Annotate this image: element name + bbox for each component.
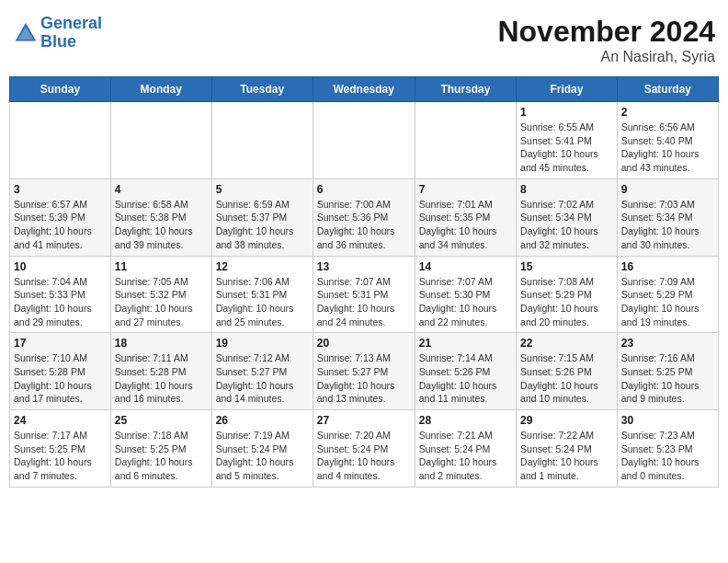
day-info: Sunrise: 7:03 AM Sunset: 5:34 PM Dayligh…: [621, 198, 714, 252]
weekday-header-saturday: Saturday: [617, 77, 718, 102]
day-info: Sunrise: 7:07 AM Sunset: 5:31 PM Dayligh…: [317, 275, 411, 329]
day-info: Sunrise: 6:56 AM Sunset: 5:40 PM Dayligh…: [621, 121, 714, 175]
day-number: 17: [14, 337, 107, 350]
day-info: Sunrise: 7:07 AM Sunset: 5:30 PM Dayligh…: [419, 275, 512, 329]
calendar-cell: 22Sunrise: 7:15 AM Sunset: 5:26 PM Dayli…: [517, 333, 618, 410]
day-info: Sunrise: 7:14 AM Sunset: 5:26 PM Dayligh…: [419, 351, 512, 406]
day-info: Sunrise: 7:08 AM Sunset: 5:29 PM Dayligh…: [520, 275, 613, 329]
calendar-cell: 5Sunrise: 6:59 AM Sunset: 5:37 PM Daylig…: [211, 178, 313, 256]
day-number: 9: [621, 183, 714, 196]
day-number: 26: [216, 414, 309, 427]
weekday-header-row: SundayMondayTuesdayWednesdayThursdayFrid…: [10, 77, 719, 102]
day-number: 29: [520, 414, 613, 427]
day-number: 13: [317, 260, 411, 273]
day-number: 20: [317, 337, 411, 350]
title-block: November 2024 An Nasirah, Syria: [497, 15, 715, 65]
day-number: 24: [14, 414, 107, 427]
calendar-cell: 7Sunrise: 7:01 AM Sunset: 5:35 PM Daylig…: [415, 178, 516, 256]
day-info: Sunrise: 7:15 AM Sunset: 5:26 PM Dayligh…: [520, 351, 613, 406]
day-info: Sunrise: 7:21 AM Sunset: 5:24 PM Dayligh…: [419, 429, 512, 483]
month-title: November 2024: [497, 15, 715, 49]
day-number: 23: [621, 337, 714, 350]
day-number: 12: [216, 260, 309, 273]
day-number: 10: [14, 260, 107, 273]
calendar-cell: 16Sunrise: 7:09 AM Sunset: 5:29 PM Dayli…: [617, 256, 718, 333]
calendar-cell: 2Sunrise: 6:56 AM Sunset: 5:40 PM Daylig…: [617, 102, 718, 179]
calendar-cell: 26Sunrise: 7:19 AM Sunset: 5:24 PM Dayli…: [211, 410, 313, 488]
day-info: Sunrise: 7:01 AM Sunset: 5:35 PM Dayligh…: [419, 198, 512, 252]
calendar-cell: [415, 102, 516, 179]
calendar-cell: 6Sunrise: 7:00 AM Sunset: 5:36 PM Daylig…: [313, 178, 415, 256]
calendar-week-4: 24Sunrise: 7:17 AM Sunset: 5:25 PM Dayli…: [10, 410, 719, 488]
day-info: Sunrise: 6:57 AM Sunset: 5:39 PM Dayligh…: [14, 198, 107, 252]
calendar-cell: 29Sunrise: 7:22 AM Sunset: 5:24 PM Dayli…: [517, 410, 618, 488]
day-number: 11: [115, 260, 208, 273]
day-info: Sunrise: 7:02 AM Sunset: 5:34 PM Dayligh…: [520, 198, 613, 252]
calendar-cell: 28Sunrise: 7:21 AM Sunset: 5:24 PM Dayli…: [415, 410, 516, 488]
day-number: 8: [520, 183, 613, 196]
day-info: Sunrise: 6:55 AM Sunset: 5:41 PM Dayligh…: [520, 121, 613, 175]
calendar-cell: 23Sunrise: 7:16 AM Sunset: 5:25 PM Dayli…: [617, 333, 718, 410]
calendar-cell: [211, 102, 313, 179]
weekday-header-sunday: Sunday: [10, 77, 111, 102]
calendar-cell: 24Sunrise: 7:17 AM Sunset: 5:25 PM Dayli…: [10, 410, 111, 488]
weekday-header-friday: Friday: [517, 77, 618, 102]
logo-line1: General: [40, 14, 102, 32]
day-info: Sunrise: 7:19 AM Sunset: 5:24 PM Dayligh…: [216, 429, 309, 483]
calendar-cell: [313, 102, 415, 179]
day-number: 15: [520, 260, 613, 273]
day-number: 25: [115, 414, 208, 427]
day-info: Sunrise: 7:00 AM Sunset: 5:36 PM Dayligh…: [317, 198, 411, 252]
calendar-cell: 27Sunrise: 7:20 AM Sunset: 5:24 PM Dayli…: [313, 410, 415, 488]
calendar-cell: 18Sunrise: 7:11 AM Sunset: 5:28 PM Dayli…: [110, 333, 211, 410]
calendar-cell: 30Sunrise: 7:23 AM Sunset: 5:23 PM Dayli…: [617, 410, 718, 488]
weekday-header-wednesday: Wednesday: [313, 77, 415, 102]
day-number: 16: [621, 260, 714, 273]
logo: General Blue: [13, 15, 102, 52]
day-info: Sunrise: 7:09 AM Sunset: 5:29 PM Dayligh…: [621, 275, 714, 329]
calendar-cell: [110, 102, 211, 179]
day-number: 3: [14, 183, 107, 196]
day-info: Sunrise: 7:12 AM Sunset: 5:27 PM Dayligh…: [216, 351, 309, 406]
day-info: Sunrise: 7:11 AM Sunset: 5:28 PM Dayligh…: [115, 351, 208, 406]
day-info: Sunrise: 6:58 AM Sunset: 5:38 PM Dayligh…: [115, 198, 208, 252]
page-header: General Blue November 2024 An Nasirah, S…: [9, 9, 719, 71]
day-number: 27: [317, 414, 411, 427]
weekday-header-thursday: Thursday: [415, 77, 516, 102]
logo-text: General Blue: [40, 15, 102, 52]
calendar-cell: 3Sunrise: 6:57 AM Sunset: 5:39 PM Daylig…: [10, 178, 111, 256]
day-info: Sunrise: 7:20 AM Sunset: 5:24 PM Dayligh…: [317, 429, 411, 483]
calendar-cell: 12Sunrise: 7:06 AM Sunset: 5:31 PM Dayli…: [211, 256, 313, 333]
calendar-cell: 19Sunrise: 7:12 AM Sunset: 5:27 PM Dayli…: [211, 333, 313, 410]
calendar-table: SundayMondayTuesdayWednesdayThursdayFrid…: [9, 76, 719, 488]
calendar-week-0: 1Sunrise: 6:55 AM Sunset: 5:41 PM Daylig…: [10, 102, 719, 179]
day-number: 28: [419, 414, 512, 427]
calendar-cell: 1Sunrise: 6:55 AM Sunset: 5:41 PM Daylig…: [517, 102, 618, 179]
calendar-cell: 21Sunrise: 7:14 AM Sunset: 5:26 PM Dayli…: [415, 333, 516, 410]
day-number: 19: [216, 337, 309, 350]
day-number: 18: [115, 337, 208, 350]
calendar-cell: 14Sunrise: 7:07 AM Sunset: 5:30 PM Dayli…: [415, 256, 516, 333]
weekday-header-tuesday: Tuesday: [211, 77, 313, 102]
day-info: Sunrise: 7:05 AM Sunset: 5:32 PM Dayligh…: [115, 275, 208, 329]
calendar-week-1: 3Sunrise: 6:57 AM Sunset: 5:39 PM Daylig…: [10, 178, 719, 256]
day-number: 4: [115, 183, 208, 196]
calendar-cell: 9Sunrise: 7:03 AM Sunset: 5:34 PM Daylig…: [617, 178, 718, 256]
day-info: Sunrise: 7:04 AM Sunset: 5:33 PM Dayligh…: [14, 275, 107, 329]
calendar-cell: 4Sunrise: 6:58 AM Sunset: 5:38 PM Daylig…: [110, 178, 211, 256]
calendar-week-2: 10Sunrise: 7:04 AM Sunset: 5:33 PM Dayli…: [10, 256, 719, 333]
calendar-cell: 10Sunrise: 7:04 AM Sunset: 5:33 PM Dayli…: [10, 256, 111, 333]
calendar-cell: 17Sunrise: 7:10 AM Sunset: 5:28 PM Dayli…: [10, 333, 111, 410]
day-info: Sunrise: 6:59 AM Sunset: 5:37 PM Dayligh…: [216, 198, 309, 252]
day-info: Sunrise: 7:18 AM Sunset: 5:25 PM Dayligh…: [115, 429, 208, 483]
day-number: 6: [317, 183, 411, 196]
day-number: 22: [520, 337, 613, 350]
day-info: Sunrise: 7:22 AM Sunset: 5:24 PM Dayligh…: [520, 429, 613, 483]
day-number: 1: [520, 106, 613, 119]
day-number: 7: [419, 183, 512, 196]
weekday-header-monday: Monday: [110, 77, 211, 102]
day-info: Sunrise: 7:06 AM Sunset: 5:31 PM Dayligh…: [216, 275, 309, 329]
calendar-cell: 15Sunrise: 7:08 AM Sunset: 5:29 PM Dayli…: [517, 256, 618, 333]
day-number: 30: [621, 414, 714, 427]
calendar-cell: 13Sunrise: 7:07 AM Sunset: 5:31 PM Dayli…: [313, 256, 415, 333]
